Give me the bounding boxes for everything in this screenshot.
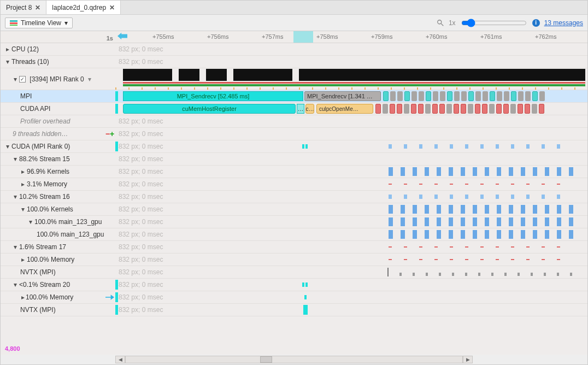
cuda-ipc-openmem[interactable]: culpcOpenMe…: [316, 104, 373, 114]
caret-down-icon[interactable]: ▾: [5, 59, 10, 64]
chevron-down-icon[interactable]: ▾: [88, 75, 91, 83]
caret-down-icon[interactable]: ▾: [13, 244, 18, 250]
caret-down-icon[interactable]: ▾: [5, 144, 10, 149]
tl-profiler[interactable]: 832 px; 0 msec: [115, 115, 587, 127]
ruler-tick: +759ms: [371, 33, 392, 40]
tree-s20-memory[interactable]: ▸100.0% Memory: [1, 291, 115, 303]
tree-s16-kernel-main[interactable]: ▾100.0% main_123_gpu: [1, 216, 115, 228]
tree-profiler-overhead[interactable]: Profiler overhead: [1, 115, 115, 127]
ruler-tick: +762ms: [535, 33, 556, 40]
chevron-down-icon: ▾: [64, 19, 68, 27]
collapse-icon[interactable]: −: [105, 129, 110, 138]
tree-cuda-rank[interactable]: ▾CUDA (MPI Rank 0): [1, 140, 115, 152]
tab-label: Project 8: [6, 4, 32, 11]
tl-s20[interactable]: 832 px; 0 msec: [115, 279, 587, 291]
tree-cuda-api[interactable]: CUDA API: [1, 103, 115, 115]
view-selector[interactable]: Timeline View ▾: [5, 17, 73, 28]
ruler-tick: +757ms: [262, 33, 283, 40]
svg-line-1: [441, 23, 443, 25]
caret-down-icon[interactable]: ▾: [13, 76, 18, 82]
tree-stream-17[interactable]: ▾1.6% Stream 17: [1, 241, 115, 253]
rank-checkbox[interactable]: ✓: [19, 76, 26, 83]
back-arrow-icon[interactable]: [117, 32, 127, 40]
ruler-tick: +755ms: [152, 33, 174, 40]
time-selection[interactable]: [293, 31, 313, 43]
tree-s15-kernels[interactable]: ▸96.9% Kernels: [1, 166, 115, 178]
mpi-sendrecv-long[interactable]: MPI_Sendrecv [52.485 ms]: [123, 91, 303, 101]
tree-s20-nvtx[interactable]: NVTX (MPI): [1, 304, 115, 316]
close-icon[interactable]: ✕: [109, 4, 115, 11]
tab-report[interactable]: laplace2d_0.qdrep ✕: [46, 1, 121, 14]
tree-cpu[interactable]: ▸CPU (12): [1, 43, 115, 55]
tl-cuda-rank[interactable]: 832 px; 0 msec: [115, 140, 587, 152]
tl-s17[interactable]: 832 px; 0 msec: [115, 241, 587, 253]
caret-right-icon[interactable]: ▸: [20, 257, 26, 262]
cuda-call-short[interactable]: c…: [305, 104, 314, 114]
tree-stream-20[interactable]: ▾<0.1% Stream 20: [1, 279, 115, 291]
timeline-panel[interactable]: +755ms +756ms +757ms +758ms +759ms +760m…: [115, 31, 587, 343]
tree-s16-kernels[interactable]: ▾100.0% Kernels: [1, 203, 115, 215]
tl-hidden[interactable]: 832 px; 0 msec: [115, 128, 587, 140]
mpi-sendrecv-short[interactable]: MPI_Sendrecv [1.341 …: [304, 91, 381, 101]
scroll-track[interactable]: [125, 356, 463, 363]
tl-s17-memory[interactable]: 832 px; 0 msec: [115, 254, 587, 266]
ruler-tick: +760ms: [426, 33, 447, 40]
caret-right-icon[interactable]: ▸: [20, 181, 26, 187]
tl-s17-nvtx[interactable]: 832 px; 0 msec: [115, 266, 587, 278]
messages-link[interactable]: 13 messages: [544, 19, 583, 27]
caret-down-icon[interactable]: ▾: [13, 194, 18, 199]
scroll-left-icon[interactable]: ◀: [115, 356, 125, 363]
ruler-tick: +761ms: [480, 33, 502, 40]
tl-mpi[interactable]: MPI_Sendrecv [52.485 ms] MPI_Sendrecv [1…: [115, 90, 587, 102]
search-icon: [437, 19, 444, 27]
tl-rank0[interactable]: [115, 68, 587, 90]
tl-s16[interactable]: 832 px; 0 msec: [115, 191, 587, 203]
tl-threads[interactable]: 832 px; 0 msec: [115, 56, 587, 68]
tree-stream-16[interactable]: ▾10.2% Stream 16: [1, 191, 115, 203]
caret-right-icon[interactable]: ▸: [20, 169, 26, 174]
view-label: Timeline View: [21, 19, 61, 27]
tl-s15-kernels[interactable]: 832 px; 0 msec: [115, 166, 587, 178]
tree-stream-15[interactable]: ▾88.2% Stream 15: [1, 153, 115, 165]
tl-s15-memory[interactable]: 832 px; 0 msec: [115, 178, 587, 190]
caret-right-icon[interactable]: ▸: [5, 46, 10, 52]
tl-cpu[interactable]: 832 px; 0 msec: [115, 43, 587, 55]
expand-icon[interactable]: +: [110, 129, 114, 138]
caret-down-icon[interactable]: ▾: [13, 282, 18, 287]
tree-rank0[interactable]: ▾✓ [3394] MPI Rank 0 ▾: [1, 68, 115, 90]
scroll-thumb[interactable]: [260, 356, 272, 363]
tl-s16-kernels[interactable]: 832 px; 0 msec: [115, 203, 587, 215]
tab-project[interactable]: Project 8 ✕: [1, 1, 46, 14]
tree-s15-memory[interactable]: ▸3.1% Memory: [1, 178, 115, 190]
tree-hidden-threads[interactable]: 9 threads hidden…−+: [1, 128, 115, 140]
caret-down-icon[interactable]: ▾: [28, 219, 33, 225]
tl-s15[interactable]: 832 px; 0 msec: [115, 153, 587, 165]
tree-s17-nvtx[interactable]: NVTX (MPI): [1, 266, 115, 278]
goto-arrow-icon[interactable]: [105, 294, 114, 301]
zoom-slider[interactable]: [461, 19, 527, 27]
cuda-more-button[interactable]: …: [297, 104, 304, 114]
tl-s16-k1[interactable]: 832 px; 0 msec: [115, 216, 587, 228]
tree-threads[interactable]: ▾Threads (10): [1, 56, 115, 68]
tl-s16-k2[interactable]: 832 px; 0 msec: [115, 228, 587, 240]
tl-s20-nvtx[interactable]: 832 px; 0 msec: [115, 304, 587, 316]
tab-label: laplace2d_0.qdrep: [52, 4, 106, 11]
caret-right-icon[interactable]: ▸: [20, 295, 26, 300]
scroll-right-icon[interactable]: ▶: [463, 356, 473, 363]
ruler-tick: +758ms: [316, 33, 338, 40]
time-ruler[interactable]: +755ms +756ms +757ms +758ms +759ms +760m…: [115, 31, 587, 43]
close-icon[interactable]: ✕: [35, 4, 40, 11]
editor-tabs: Project 8 ✕ laplace2d_0.qdrep ✕: [1, 1, 587, 15]
cuda-memhostregister[interactable]: cuMemHostRegister: [123, 104, 296, 114]
tl-s20-memory[interactable]: 832 px; 0 msec: [115, 291, 587, 303]
tree-s17-memory[interactable]: ▸100.0% Memory: [1, 254, 115, 266]
tl-cuda-api[interactable]: cuMemHostRegister … c… culpcOpenMe…: [115, 103, 587, 115]
caret-down-icon[interactable]: ▾: [20, 207, 26, 212]
info-icon: i: [532, 19, 540, 27]
tree-panel: 1s ▸CPU (12) ▾Threads (10) ▾✓ [3394] MPI…: [1, 31, 115, 343]
horizontal-scrollbar[interactable]: ◀ ▶: [1, 355, 587, 364]
caret-down-icon[interactable]: ▾: [13, 156, 18, 162]
tree-mpi[interactable]: MPI: [1, 90, 115, 102]
ruler-tick: +756ms: [207, 33, 228, 40]
tree-s16-kernel-main-leaf[interactable]: 100.0% main_123_gpu: [1, 228, 115, 240]
